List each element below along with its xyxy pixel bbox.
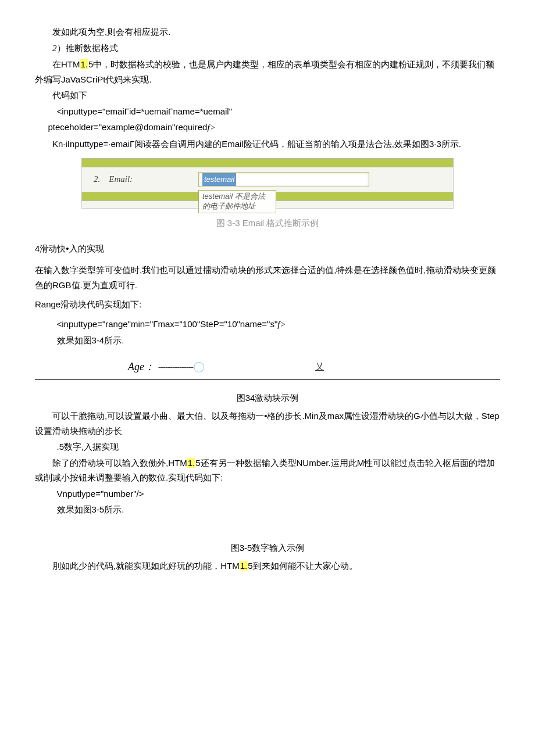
paragraph: Range滑动块代码实现如下: [35,297,500,312]
text: 2. [94,174,100,184]
highlight: 1. [240,561,248,571]
paragraph: 2）推断数据格式 [35,41,500,56]
text: f> [277,320,286,329]
code-line: pteceholder="example@domain"requiredf> [35,120,500,135]
text: 除了的滑动块可以输入数俲外,HTM [52,458,187,468]
figure-caption: 图 3-3 Email 格式推断示例 [35,216,500,231]
paragraph: 除了的滑动块可以输入数俲外,HTM1.5还有另一种数据输入类型NUmber.运用… [35,456,500,485]
text: pteceholder="example@domain"required [48,122,208,132]
slider-thumb-icon[interactable]: 〇 [193,357,205,377]
paragraph: 发如此项为空,则会有相应提示. [35,24,500,40]
email-input[interactable]: testemail [198,172,369,187]
field-label: Age： [128,358,155,376]
figure-caption: 图3-5数字输入示例 [35,540,500,556]
figure-bar: testemail 不是合法的电子邮件地址 [81,192,454,201]
paragraph: 刖如此少的代码,就能实现如此好玩的功能，HTM1.5到来如何能不让大家心动。 [35,558,500,574]
paragraph: 在HTM1.5中，时数据格式的校验，也是属户内建类型，相应的表单项类型会有相应的… [35,57,500,87]
text: 在HTM [52,59,80,69]
figure-caption: 图34激动块示例 [35,390,500,406]
text: Email: [109,174,133,184]
paragraph: 在输入数字类型笄可变值时,我们也可以通过擂动滑动块的形式来选择合适的值,特殊是在… [35,263,500,292]
figure-row: 2. Email: testemail [81,167,454,192]
highlight: 1. [187,458,196,468]
list-number: 2 [52,44,57,53]
text: 5中，时数据格式的校验，也是属户内建类型，相应的表单项类型会有相应的内建粉证规则… [35,59,494,84]
text: ）推断数据格式 [57,43,118,53]
paragraph: 代码如下 [35,88,500,103]
validation-tooltip: testemail 不是合法的电子邮件地址 [198,190,276,213]
paragraph: 效果如图3-4所示. [35,333,500,348]
paragraph: 可以干脆拖动,可以设置最小曲、最大伯、以及每拖动一•格的步长.Min及max属性… [35,409,500,438]
input-value: testemail [202,173,236,186]
paragraph: Kn·iInputtype=·emaiΓ阅读器会自调用内建的Email险证代码，… [35,137,500,152]
text: f> [207,123,215,132]
code-line: <inputtype="range"min="Γmax="100"SteP="1… [35,317,500,332]
field-label: 2. Email: [94,172,198,187]
paragraph: 效果如图3-5所示. [35,502,500,517]
slider-track: --------------- [158,360,193,375]
figure-email-validation: 2. Email: testemail testemail 不是合法的电子邮件地… [81,158,454,209]
figure-bar [81,158,454,167]
close-icon: 乂 [315,360,324,375]
text: <inputtype="range"min="Γmax="100"SteP="1… [57,319,278,329]
heading: 4滑动快•入的实现 [35,241,500,256]
code-line: <inputtype="emaiΓid=*uemaiΓname=*uemail" [35,104,500,119]
text: 5到来如何能不让大家心动。 [248,561,357,571]
code-line: Vnputlype="number"/> [35,486,500,501]
text: 刖如此少的代码,就能实现如此好玩的功能，HTM [52,561,240,571]
highlight: 1. [80,59,89,69]
paragraph: .5数字,入据实现 [35,439,500,454]
figure-range-slider: Age： ---------------〇 乂 [35,356,500,380]
